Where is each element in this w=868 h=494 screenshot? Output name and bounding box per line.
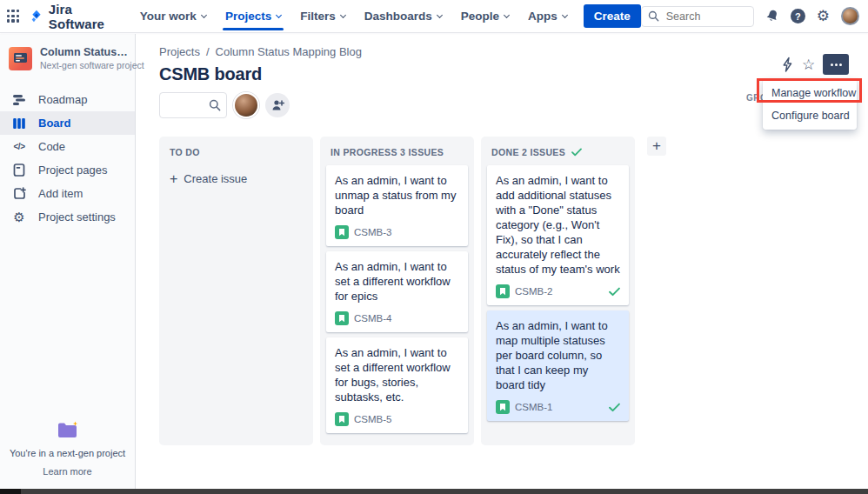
chevron-down-icon [437,11,443,17]
add-people-button[interactable] [265,93,290,117]
column-to-do: TO DO + Create issue [159,137,313,445]
issue-key: CSMB-1 [515,402,552,412]
nav-item-apps[interactable]: Apps [518,0,577,32]
menu-item-manage-workflow[interactable]: Manage workflow [763,82,857,104]
issue-summary: As an admin, I want to add additional st… [496,173,620,277]
sidebar-footer: You're in a next-gen project Learn more [0,420,135,478]
story-type-icon [496,400,510,414]
sidebar-item-label: Roadmap [38,93,87,106]
issue-key: CSMB-4 [354,313,391,324]
user-avatar[interactable] [841,7,859,25]
sidebar-item-label: Add item [38,187,83,200]
issue-summary: As an admin, I want to map multiple stat… [496,318,620,392]
notifications-bell-icon[interactable] [765,9,779,23]
nav-item-your-work[interactable]: Your work [130,0,216,32]
page-icon [11,164,27,177]
search-icon [209,99,221,111]
nav-item-people[interactable]: People [451,0,518,32]
sidebar-item-project-pages[interactable]: Project pages [0,158,135,182]
automation-lightning-icon[interactable] [781,57,794,73]
issue-card-csmb-5[interactable]: As an admin, I want to set a different w… [326,337,468,433]
project-sidebar: Column Status Mapping Blog Next-gen soft… [0,34,136,489]
code-icon: </> [11,142,27,151]
create-issue-button[interactable]: + Create issue [161,166,311,191]
sidebar-item-board[interactable]: Board [0,111,135,135]
breadcrumb-separator: / [206,45,210,58]
search-icon [648,10,659,22]
issue-card-csmb-2[interactable]: As an admin, I want to add additional st… [487,165,629,305]
board-context-menu: Manage workflow Configure board [763,79,857,130]
plus-icon: + [170,174,177,184]
project-avatar-icon [9,47,32,70]
sidebar-item-project-settings[interactable]: ⚙ Project settings [0,205,135,229]
issue-done-check-icon [609,287,620,297]
story-type-icon [335,225,349,239]
issue-key: CSMB-5 [354,414,391,424]
issue-key: CSMB-3 [354,227,391,237]
sidebar-item-add-item[interactable]: Add item [0,182,135,205]
jira-diamond-icon [30,8,43,24]
learn-more-link[interactable]: Learn more [43,466,91,477]
sidebar-item-code[interactable]: </> Code [0,135,135,158]
board-icon [11,117,27,130]
settings-gear-icon[interactable]: ⚙ [817,9,830,23]
nav-item-dashboards[interactable]: Dashboards [355,0,451,32]
star-icon[interactable]: ☆ [802,57,815,72]
menu-item-configure-board[interactable]: Configure board [763,104,857,127]
help-icon[interactable]: ? [791,9,805,23]
sidebar-item-label: Code [38,140,65,153]
sidebar-item-label: Project pages [38,164,108,177]
story-type-icon [335,412,349,426]
logo-text: Jira Software [49,2,118,31]
issue-done-check-icon [609,403,620,412]
story-type-icon [496,284,510,298]
column-done-check-icon [571,148,582,157]
board-search [159,92,227,118]
chevron-down-icon [504,11,510,17]
app-switcher-icon[interactable] [7,10,19,23]
sidebar-item-label: Project settings [38,210,116,224]
breadcrumb-project-name[interactable]: Column Status Mapping Blog [216,45,362,58]
nav-item-filters[interactable]: Filters [290,0,355,32]
issue-summary: As an admin, I want to unmap a status fr… [335,173,459,217]
roadmap-icon [11,93,27,107]
global-search [641,6,754,27]
issue-summary: As an admin, I want to set a different w… [335,259,459,304]
project-name: Column Status Mapping Blog [40,46,128,58]
chevron-down-icon [562,11,568,17]
sidebar-item-roadmap[interactable]: Roadmap [0,88,135,111]
more-options-button[interactable] [823,54,849,75]
member-avatar[interactable] [233,92,259,118]
project-type: Next-gen software project [40,60,128,70]
bottom-edge-bar [0,489,868,494]
top-nav: Jira Software Your work Projects Filters… [0,0,868,33]
issue-key: CSMB-2 [515,286,552,297]
column-header: TO DO [159,137,313,165]
add-person-icon [271,99,284,111]
issue-card-csmb-1[interactable]: As an admin, I want to map multiple stat… [487,310,629,421]
primary-nav: Your work Projects Filters Dashboards Pe… [130,0,577,32]
add-column-button[interactable]: + [647,137,666,156]
issue-card-csmb-4[interactable]: As an admin, I want to set a different w… [326,251,468,332]
nav-item-projects[interactable]: Projects [216,0,290,32]
jira-logo[interactable]: Jira Software [30,2,118,31]
board-actions: ☆ [781,54,849,75]
board-columns: TO DO + Create issue IN PROGRESS 3 ISSUE… [159,137,868,445]
column-done: DONE 2 ISSUES As an admin, I want to add… [481,137,635,445]
column-header: IN PROGRESS 3 ISSUES [320,137,474,165]
breadcrumb: Projects / Column Status Mapping Blog [159,45,868,58]
sidebar-item-label: Board [38,117,71,130]
story-type-icon [335,311,349,325]
page-title: CSMB board [159,64,868,84]
chevron-down-icon [201,11,207,17]
column-header: DONE 2 ISSUES [481,137,635,165]
project-settings-gear-icon: ⚙ [11,210,27,225]
issue-card-csmb-3[interactable]: As an admin, I want to unmap a status fr… [326,165,468,246]
add-item-icon [11,187,27,200]
create-button[interactable]: Create [584,4,641,28]
project-header[interactable]: Column Status Mapping Blog Next-gen soft… [0,34,135,79]
chevron-down-icon [276,11,282,17]
breadcrumb-projects[interactable]: Projects [159,45,200,58]
next-gen-folder-icon [56,420,80,441]
next-gen-message: You're in a next-gen project [0,448,135,458]
